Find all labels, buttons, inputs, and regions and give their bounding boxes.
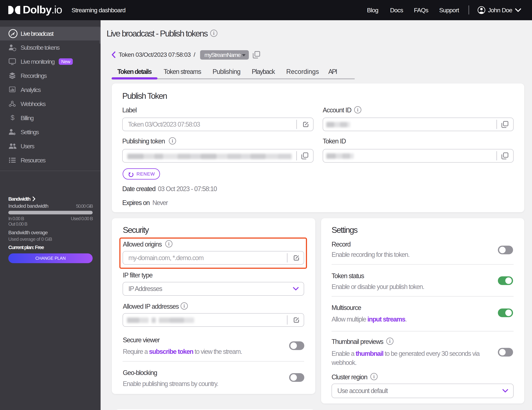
svg-text:$: $ (11, 114, 14, 122)
